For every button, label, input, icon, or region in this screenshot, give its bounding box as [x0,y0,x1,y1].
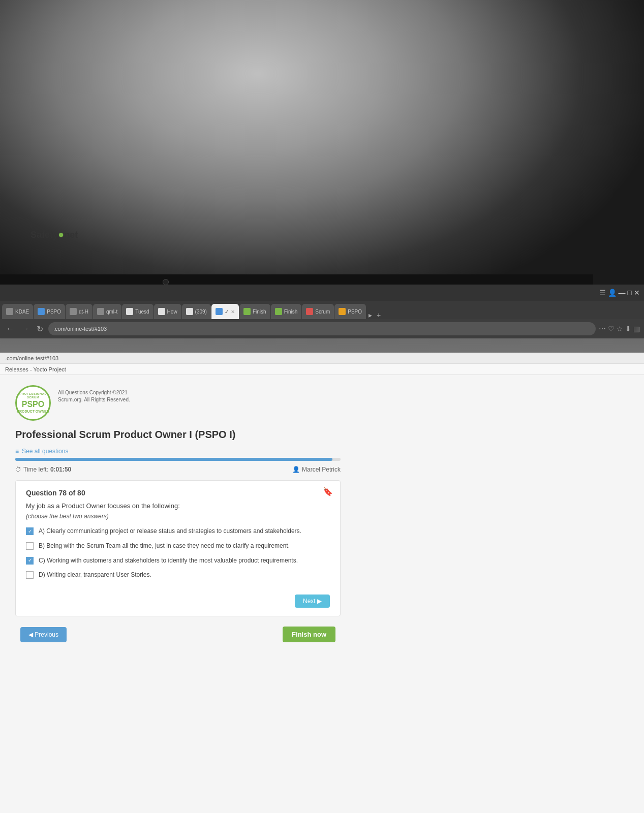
tab-icon-tuesday [126,308,133,315]
tab-label-how: How [167,309,177,315]
tab-label-309: (309) [195,309,207,315]
tab-icon-kdae [6,308,13,315]
breadcrumb-text: Releases - Yocto Project [5,366,66,372]
time-left: ⏱ Time left: 0:01:50 [15,466,71,473]
checkbox-c[interactable] [26,557,34,565]
answer-text-a: A) Clearly communicating project or rele… [39,527,301,536]
tab-close-icon[interactable]: ✕ [231,309,235,315]
url-text: .com/online-test/#103 [53,326,107,332]
tab-label-qt: qt-H [79,309,88,315]
tab-qt[interactable]: qt-H [66,304,93,319]
tab-tuesday[interactable]: Tuesd [122,304,153,319]
download-icon[interactable]: ⬇ [625,325,631,333]
bookmark-icon[interactable]: 🔖 [323,487,333,496]
copyright-line1: All Questions Copyright ©2021 [58,390,128,395]
forward-button[interactable]: → [19,323,32,334]
next-button[interactable]: Next ▶ [295,595,330,608]
previous-button[interactable]: ◀ Previous [20,627,67,642]
title-bar-icons: ☰ 👤 — □ ✕ [599,289,640,297]
tab-scrum[interactable]: Scrum [302,304,334,319]
checkbox-b[interactable] [26,542,34,550]
maximize-icon[interactable]: □ [628,289,632,297]
close-icon[interactable]: ✕ [634,289,640,297]
tab-icon-finish1 [243,308,251,315]
tab-pspo[interactable]: PSPO [34,304,65,319]
clock-icon: ⏱ [15,466,21,473]
tab-icon-pspo2 [339,308,346,315]
browser-toolbar: ← → ↻ .com/online-test/#103 ⋯ ♡ ☆ ⬇ ▦ [0,319,644,338]
list-icon: ≡ [15,448,19,455]
tab-label-tuesday: Tuesd [135,309,149,315]
tab-icon-pspo [38,308,45,315]
checkbox-a[interactable] [26,527,34,535]
answer-text-c: C) Working with customers and stakeholde… [39,556,298,565]
tab-label-scrum: Scrum [315,309,330,315]
checkbox-d[interactable] [26,571,34,579]
back-button[interactable]: ← [4,323,16,334]
tab-how[interactable]: How [154,304,181,319]
answer-option-c[interactable]: C) Working with customers and stakeholde… [26,556,330,565]
browser-titlebar: ☰ 👤 — □ ✕ [0,285,644,301]
answer-option-b[interactable]: B) Being with the Scrum Team all the tim… [26,542,330,550]
tab-icon-finish2 [275,308,282,315]
url-display: .com/online-test/#103 [5,355,58,361]
question-text: My job as a Product Owner focuses on the… [26,502,330,510]
tab-bar: KDAE PSPO qt-H qml-t Tuesd How (309) ✓ [0,301,644,319]
tab-label-finish1: Finish [253,309,266,315]
tab-kdae[interactable]: KDAE [2,304,33,319]
user-info: 👤 Marcel Petrick [292,466,341,473]
browser-chrome: ☰ 👤 — □ ✕ KDAE PSPO qt-H qml-t Tuesd [0,285,644,338]
logo-circle: PROFESSIONAL SCRUM PSPO PRODUCT OWNER [15,385,51,421]
tab-icon-309 [186,308,193,315]
answer-option-d[interactable]: D) Writing clear, transparent User Stori… [26,571,330,579]
user-icon: 👤 [292,466,300,473]
tab-label-qml: qml-t [106,309,117,315]
grid-icon[interactable]: ▦ [633,325,640,333]
tab-309[interactable]: (309) [182,304,211,319]
url-indicator: .com/online-test/#103 [0,353,644,364]
logo-bottom-text: PRODUCT OWNER [17,410,49,414]
progress-bar-fill [15,458,332,461]
tab-pspo2[interactable]: PSPO [334,304,366,319]
tab-label-kdae: KDAE [15,309,29,315]
time-left-label: Time left: [23,466,48,473]
quiz-meta: ⏱ Time left: 0:01:50 👤 Marcel Petrick [15,466,341,473]
tab-icon-scrum [306,308,313,315]
menu-icon[interactable]: ☰ [599,289,606,297]
answer-text-b: B) Being with the Scrum Team all the tim… [39,542,290,550]
tab-active[interactable]: ✓ ✕ [211,304,239,319]
page-content: .com/online-test/#103 Releases - Yocto P… [0,353,644,813]
pspo-logo: PROFESSIONAL SCRUM PSPO PRODUCT OWNER Al… [15,385,341,421]
refresh-button[interactable]: ↻ [35,323,45,335]
tab-icon-qt [70,308,77,315]
extensions-icon[interactable]: ⋯ [599,325,606,333]
tab-icon-how [158,308,165,315]
tab-label-pspo2: PSPO [348,309,362,315]
minimize-icon[interactable]: — [619,289,626,297]
progress-bar-container [15,458,341,461]
copyright-line2: Scrum.org. All Rights Reserved. [58,397,130,402]
address-bar[interactable]: .com/online-test/#103 [48,322,596,335]
profile-icon[interactable]: 👤 [608,289,617,297]
tab-finish2[interactable]: Finish [271,304,302,319]
more-tabs-icon[interactable]: ▸ [366,311,374,319]
quiz-title: Professional Scrum Product Owner I (PSPO… [15,429,341,441]
logo-pspo-text: PSPO [17,399,49,409]
answer-text-d: D) Writing clear, transparent User Stori… [39,571,151,579]
copyright-text: All Questions Copyright ©2021 Scrum.org.… [58,389,130,403]
finish-now-button[interactable]: Finish now [283,627,335,642]
tab-qml[interactable]: qml-t [93,304,121,319]
tab-icon-qml [97,308,104,315]
see-all-label: See all questions [22,448,68,455]
new-tab-icon[interactable]: + [375,311,383,319]
tab-finish1[interactable]: Finish [239,304,270,319]
heart-icon[interactable]: ♡ [608,325,615,333]
see-all-questions-link[interactable]: ≡ See all questions [15,448,341,455]
card-footer: Next ▶ [26,585,330,608]
time-left-value: 0:01:50 [50,466,71,473]
logo-inner-text: PROFESSIONAL SCRUM PSPO PRODUCT OWNER [17,392,49,414]
tab-icon-active [216,308,223,315]
laptop-logo: Safety●net [30,229,78,240]
star-icon[interactable]: ☆ [617,325,623,333]
answer-option-a[interactable]: A) Clearly communicating project or rele… [26,527,330,536]
